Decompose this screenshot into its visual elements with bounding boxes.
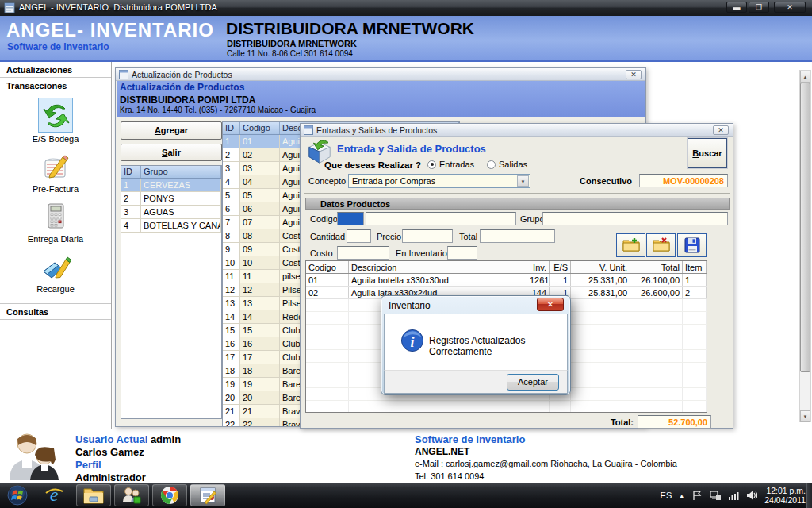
chevron-down-icon[interactable]: ▼ <box>517 175 529 187</box>
salir-button[interactable]: Salir <box>121 144 222 161</box>
productos-close-icon[interactable]: ✕ <box>626 70 642 79</box>
column-header[interactable]: E/S <box>550 261 571 273</box>
start-button[interactable] <box>2 484 33 506</box>
save-button[interactable] <box>677 233 707 257</box>
column-header[interactable]: V. Unit. <box>571 261 630 273</box>
empty-cell <box>571 325 630 337</box>
remove-item-button[interactable] <box>646 233 676 257</box>
column-header[interactable]: ID <box>121 166 141 178</box>
empty-cell <box>630 375 683 387</box>
cantidad-input[interactable] <box>347 229 371 243</box>
mdi-vertical-scrollbar[interactable]: ▲ ▼ <box>799 70 811 422</box>
scroll-down-arrow[interactable]: ▼ <box>800 410 810 422</box>
table-row[interactable]: 1CERVEZAS <box>121 179 221 192</box>
sidebar-item-recargue[interactable]: Recargue <box>0 248 111 294</box>
dialog-close-icon[interactable]: ✕ <box>537 298 564 311</box>
aceptar-button[interactable]: Aceptar <box>507 374 559 391</box>
language-indicator[interactable]: ES <box>661 491 672 500</box>
empty-cell <box>630 337 683 349</box>
empty-cell <box>571 350 630 362</box>
empty-cell <box>306 363 349 375</box>
table-cell: 19 <box>223 378 240 391</box>
user-footer-bar: Usuario Actual admin Carlos Gamez Perfil… <box>0 429 812 483</box>
table-row[interactable]: 01Aguila botella x330x30ud1261125.331,00… <box>306 274 707 287</box>
add-item-button[interactable] <box>616 233 645 257</box>
sidebar-section-transacciones[interactable]: Transacciones <box>0 78 111 93</box>
column-header[interactable]: ID <box>223 122 240 134</box>
volume-icon[interactable] <box>746 490 757 501</box>
inventario-dialog: Inventario ✕ i Registros Actualizados Co… <box>381 295 571 395</box>
en-inventario-input[interactable] <box>447 246 477 260</box>
sidebar-item-es-bodega[interactable]: E/S Bodega <box>0 98 111 144</box>
concepto-dropdown[interactable]: Entrada por Compras ▼ <box>348 174 530 188</box>
taskbar-item-messenger[interactable] <box>114 484 149 506</box>
empty-cell <box>306 350 349 362</box>
column-header[interactable]: Descripcion <box>349 261 527 273</box>
hidden-icons-arrow[interactable]: ▲ <box>679 493 684 498</box>
empty-cell <box>550 401 571 413</box>
sidebar-item-entrega-diaria[interactable]: Entrega Diaria <box>0 198 111 244</box>
close-button[interactable]: ✕ <box>774 2 806 13</box>
grupo-input[interactable] <box>542 212 728 225</box>
grupo-grid[interactable]: ID Grupo 1CERVEZAS2PONYS3AGUAS4BOTELLAS … <box>121 165 222 419</box>
radio-salidas[interactable]: Salidas <box>487 160 527 169</box>
system-tray: ES ▲ 12:01 p.m. 24/04/2011 <box>661 483 806 508</box>
taskbar-item-internet-explorer[interactable]: e <box>38 484 70 506</box>
taskbar-clock[interactable]: 12:01 p.m. 24/04/2011 <box>764 486 806 505</box>
table-cell: 1 <box>223 135 240 148</box>
company-name-large: DISTRIBUIDORA MRNETWORK <box>226 19 474 38</box>
table-row[interactable]: 2PONYS <box>121 192 221 206</box>
table-cell: 06 <box>240 202 280 215</box>
column-header[interactable]: Item <box>683 261 707 273</box>
column-header[interactable]: Codigo <box>306 261 349 273</box>
precio-input[interactable] <box>402 229 453 243</box>
grupo-grid-header: ID Grupo <box>121 166 221 179</box>
table-cell: 15 <box>240 324 280 337</box>
taskbar-item-chrome[interactable] <box>152 484 187 506</box>
divider <box>0 319 111 320</box>
signal-bars-icon[interactable] <box>728 490 739 501</box>
table-cell: 9 <box>223 243 240 256</box>
action-center-flag-icon[interactable] <box>691 490 703 501</box>
scroll-up-arrow[interactable]: ▲ <box>800 71 810 83</box>
cantidad-label: Cantidad <box>310 232 345 241</box>
entradas-window-titlebar[interactable]: Entradas y Salidas de Productos ✕ <box>301 124 733 137</box>
entradas-close-icon[interactable]: ✕ <box>713 125 729 135</box>
consecutivo-field[interactable]: MOV-00000208 <box>639 174 728 187</box>
table-cell: 18 <box>240 364 280 377</box>
total-input[interactable] <box>480 229 555 243</box>
costo-input[interactable] <box>337 246 389 260</box>
network-icon[interactable] <box>710 490 721 501</box>
buscar-button[interactable]: Buscar <box>688 138 727 168</box>
minimize-button[interactable]: ▬ <box>726 2 747 13</box>
sidebar-item-pre-factura[interactable]: Pre-Factura <box>0 148 111 194</box>
show-desktop-button[interactable] <box>806 483 812 508</box>
software-name: ANGEL.NET <box>415 446 469 457</box>
taskbar-item-explorer[interactable] <box>76 484 111 506</box>
column-header[interactable]: Codigo <box>240 122 280 134</box>
codigo-input[interactable] <box>337 212 364 225</box>
table-cell: 17 <box>223 351 240 364</box>
productos-window-titlebar[interactable]: Actualización de Productos ✕ <box>116 68 645 81</box>
table-row[interactable]: 3AGUAS <box>121 206 221 219</box>
scroll-thumb[interactable] <box>800 83 810 372</box>
users-avatar <box>3 431 62 482</box>
column-header[interactable]: Inv. <box>527 261 550 273</box>
agregar-button[interactable]: Agregar <box>121 121 222 140</box>
codigo-desc-input[interactable] <box>366 212 516 225</box>
productos-banner-address: Kra. 14 No. 14-40 Tel. (035) - 7267710 M… <box>120 106 316 114</box>
empty-cell <box>571 388 630 400</box>
screen: ANGEL - INVENTARIO. Distribuidora POMPI … <box>0 0 812 508</box>
column-header[interactable]: Grupo <box>141 166 221 178</box>
empty-cell <box>571 312 630 324</box>
radio-entradas[interactable]: Entradas <box>427 160 474 169</box>
sidebar-section-actualizaciones[interactable]: Actualizaciones <box>0 62 111 77</box>
sidebar-section-consultas[interactable]: Consultas <box>0 304 111 319</box>
taskbar-item-angel-inventario[interactable] <box>190 484 225 506</box>
restore-button[interactable]: ❐ <box>749 2 769 13</box>
perfil-value: Administrador <box>75 471 146 483</box>
table-row[interactable]: 4BOTELLAS Y CANASTAS <box>121 219 221 233</box>
info-icon: i <box>400 329 424 352</box>
column-header[interactable]: Total <box>630 261 683 273</box>
grupo-grid-body: 1CERVEZAS2PONYS3AGUAS4BOTELLAS Y CANASTA… <box>121 179 221 233</box>
